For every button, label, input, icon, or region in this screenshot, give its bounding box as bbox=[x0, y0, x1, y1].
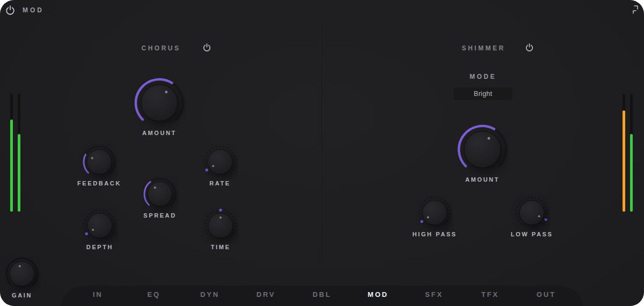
knob-label: TIME bbox=[211, 244, 231, 250]
input-meter-right bbox=[18, 94, 20, 212]
knob-label: FEEDBACK bbox=[77, 180, 121, 186]
plugin-window: MOD CHORUS AMOUNT FEEDBACK RATE SPREAD bbox=[0, 0, 644, 306]
meter-fill bbox=[10, 120, 13, 212]
meter-fill bbox=[623, 110, 625, 212]
shimmer-mode-label: MODE bbox=[445, 73, 521, 80]
page-title: MOD bbox=[23, 6, 44, 14]
section-divider bbox=[321, 26, 323, 263]
knob-label: AMOUNT bbox=[142, 130, 177, 136]
tab-bar: IN EQ DYN DRV DBL MOD SFX TFX OUT bbox=[70, 288, 574, 300]
knob-label: AMOUNT bbox=[465, 176, 500, 183]
knob-label: DEPTH bbox=[86, 244, 113, 250]
meter-fill bbox=[630, 134, 633, 212]
knob-label: RATE bbox=[209, 180, 231, 186]
tab-eq[interactable]: EQ bbox=[126, 290, 181, 298]
chorus-depth-knob[interactable]: DEPTH bbox=[82, 207, 118, 250]
input-meter-left bbox=[10, 94, 13, 212]
chorus-spread-knob[interactable]: SPREAD bbox=[142, 176, 178, 219]
knob-label: HIGH PASS bbox=[412, 231, 457, 237]
shimmer-title: SHIMMER bbox=[446, 44, 521, 52]
chorus-feedback-knob[interactable]: FEEDBACK bbox=[81, 144, 118, 186]
shimmer-highpass-knob[interactable]: HIGH PASS bbox=[416, 195, 453, 237]
knob-label: LOW PASS bbox=[511, 231, 553, 237]
tab-drv[interactable]: DRV bbox=[238, 290, 294, 298]
shimmer-lowpass-knob[interactable]: LOW PASS bbox=[514, 195, 550, 237]
tab-dbl[interactable]: DBL bbox=[294, 290, 350, 298]
shimmer-mode-dropdown[interactable]: Bright bbox=[453, 87, 513, 100]
chorus-time-knob[interactable]: TIME bbox=[202, 207, 239, 250]
tab-in[interactable]: IN bbox=[70, 290, 126, 298]
resize-icon[interactable] bbox=[628, 4, 640, 16]
output-meter-right bbox=[630, 94, 633, 212]
shimmer-mode-value: Bright bbox=[474, 90, 492, 98]
chorus-amount-knob[interactable]: AMOUNT bbox=[133, 76, 186, 136]
chorus-rate-knob[interactable]: RATE bbox=[202, 144, 238, 186]
meter-fill bbox=[18, 134, 20, 212]
chorus-title: CHORUS bbox=[123, 44, 199, 52]
gain-knob[interactable]: GAIN bbox=[4, 256, 40, 298]
tab-out[interactable]: OUT bbox=[518, 290, 574, 298]
tab-sfx[interactable]: SFX bbox=[406, 290, 462, 298]
output-meter-left bbox=[623, 94, 625, 212]
knob-label: GAIN bbox=[12, 292, 32, 298]
tab-dyn[interactable]: DYN bbox=[182, 290, 238, 298]
master-power-icon[interactable] bbox=[5, 5, 16, 16]
knob-label: SPREAD bbox=[143, 212, 176, 219]
shimmer-amount-knob[interactable]: AMOUNT bbox=[456, 123, 509, 183]
shimmer-power-icon[interactable] bbox=[525, 43, 534, 52]
tab-mod[interactable]: MOD bbox=[350, 290, 406, 298]
chorus-power-icon[interactable] bbox=[202, 43, 211, 52]
tab-tfx[interactable]: TFX bbox=[462, 290, 518, 298]
